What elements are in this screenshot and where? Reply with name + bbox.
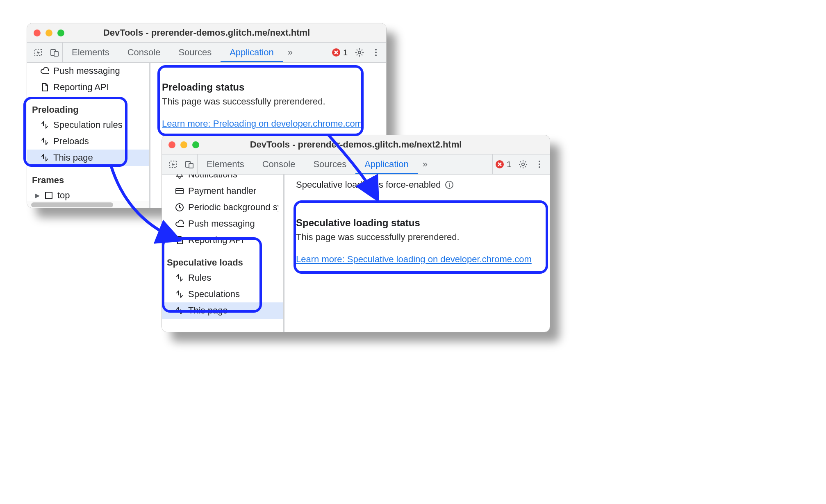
tab-sources[interactable]: Sources [304,154,355,174]
sidebar-item-preloads[interactable]: Preloads [27,133,150,150]
tab-console[interactable]: Console [253,154,305,174]
device-toggle-icon[interactable] [185,160,194,169]
error-icon [332,48,341,57]
sidebar-item-label: Push messaging [53,66,120,76]
sidebar-item-label: This page [188,305,228,316]
zoom-dot-icon[interactable] [57,30,64,36]
info-icon[interactable] [445,180,454,189]
panel-body: This page was successfully prerendered. [296,232,538,243]
traffic-lights[interactable] [168,141,199,148]
sidebar-item-label: Rules [188,272,211,283]
minimize-dot-icon[interactable] [46,30,52,36]
top-note-text: Speculative loading is force-enabled [296,179,441,190]
traffic-lights[interactable] [34,30,64,36]
zoom-dot-icon[interactable] [192,141,199,148]
panel-heading: Preloading status [162,82,375,93]
devtools-window-2: DevTools - prerender-demos.glitch.me/nex… [162,135,550,332]
disclosure-triangle-icon[interactable]: ▸ [35,190,40,201]
arrows-up-down-icon [175,273,184,282]
arrows-up-down-icon [175,290,184,299]
arrows-up-down-icon [40,153,49,162]
error-icon [495,160,504,169]
arrows-up-down-icon [175,306,184,315]
sidebar-item-this-page[interactable]: This page [162,302,284,319]
sidebar-item-speculations[interactable]: Speculations [162,286,284,302]
sidebar-item-label: Notifications [188,175,237,180]
sidebar-item-notifications[interactable]: Notifications [162,175,284,183]
panel-body: This page was successfully prerendered. [162,96,375,107]
tabs-bar: Elements Console Sources Application » 1 [27,43,386,63]
minimize-dot-icon[interactable] [180,141,187,148]
inspect-icon[interactable] [168,160,177,169]
sidebar-item-label: Preloads [53,136,89,147]
document-icon [40,83,49,92]
close-dot-icon[interactable] [168,141,175,148]
sidebar-item-payment-handler[interactable]: Payment handler [162,183,284,199]
settings-icon[interactable] [355,48,364,57]
sidebar-section-frames: Frames [27,172,150,187]
frame-icon [44,191,53,200]
window-title: DevTools - prerender-demos.glitch.me/nex… [162,139,550,150]
panel-heading: Speculative loading status [296,217,538,229]
error-counter[interactable]: 1 [495,160,511,169]
error-count: 1 [343,48,348,57]
sidebar-item-label: Speculation rules [53,120,123,130]
sidebar-item-label: Push messaging [188,218,255,229]
sidebar-item-label: Reporting API [53,82,109,93]
sidebar-section-speculative-loads: Speculative loads [162,254,284,270]
horizontal-scrollbar[interactable] [27,201,150,208]
cloud-icon [40,66,49,75]
settings-icon[interactable] [519,160,528,169]
kebab-icon[interactable] [535,160,544,169]
main-panel: Speculative loading is force-enabled Spe… [284,175,550,332]
sidebar[interactable]: Push messaging Reporting API Preloading … [27,63,150,208]
titlebar[interactable]: DevTools - prerender-demos.glitch.me/nex… [27,23,386,43]
learn-more-link[interactable]: Learn more: Speculative loading on devel… [296,254,532,264]
inspect-icon[interactable] [34,48,43,57]
tab-console[interactable]: Console [118,43,170,62]
tab-elements[interactable]: Elements [63,43,118,62]
tab-application[interactable]: Application [221,43,283,62]
document-icon [175,236,184,245]
sidebar-item-label: Reporting API [188,235,244,245]
titlebar[interactable]: DevTools - prerender-demos.glitch.me/nex… [162,135,550,154]
sidebar-item-speculation-rules[interactable]: Speculation rules [27,117,150,133]
sidebar-item-reporting-api[interactable]: Reporting API [27,79,150,95]
sidebar-item-label: Periodic background sy [188,202,278,213]
error-counter[interactable]: 1 [332,48,348,57]
sidebar-item-rules[interactable]: Rules [162,270,284,286]
sidebar-item-reporting-api[interactable]: Reporting API [162,232,284,248]
learn-more-link[interactable]: Learn more: Preloading on developer.chro… [162,118,362,129]
device-toggle-icon[interactable] [50,48,59,57]
sidebar-item-push-messaging[interactable]: Push messaging [27,63,150,79]
sidebar-item-this-page[interactable]: This page [27,150,150,166]
cloud-icon [175,219,184,228]
sidebar-item-label: Payment handler [188,186,256,196]
sidebar-item-periodic-bg-sync[interactable]: Periodic background sy [162,199,284,216]
tab-application[interactable]: Application [355,154,418,174]
sidebar[interactable]: Notifications Payment handler Periodic b… [162,175,284,332]
tabs-bar: Elements Console Sources Application » 1 [162,154,550,175]
close-dot-icon[interactable] [34,30,41,36]
sidebar-item-label: top [57,190,70,201]
more-tabs-icon[interactable]: » [283,47,298,58]
more-tabs-icon[interactable]: » [418,159,432,170]
kebab-icon[interactable] [371,48,380,57]
credit-card-icon [175,186,184,195]
bell-icon [175,175,184,179]
scrollbar-thumb[interactable] [31,202,113,207]
sidebar-item-label: This page [53,152,93,163]
sidebar-item-label: Speculations [188,289,240,300]
arrows-up-down-icon [40,120,49,129]
tab-sources[interactable]: Sources [169,43,221,62]
sidebar-section-preloading: Preloading [27,101,150,117]
arrows-up-down-icon [40,137,49,146]
window-title: DevTools - prerender-demos.glitch.me/nex… [27,27,386,38]
clock-icon [175,203,184,212]
force-enable-note: Speculative loading is force-enabled [296,179,538,190]
sidebar-item-push-messaging[interactable]: Push messaging [162,216,284,232]
tab-elements[interactable]: Elements [198,154,253,174]
error-count: 1 [507,160,511,169]
